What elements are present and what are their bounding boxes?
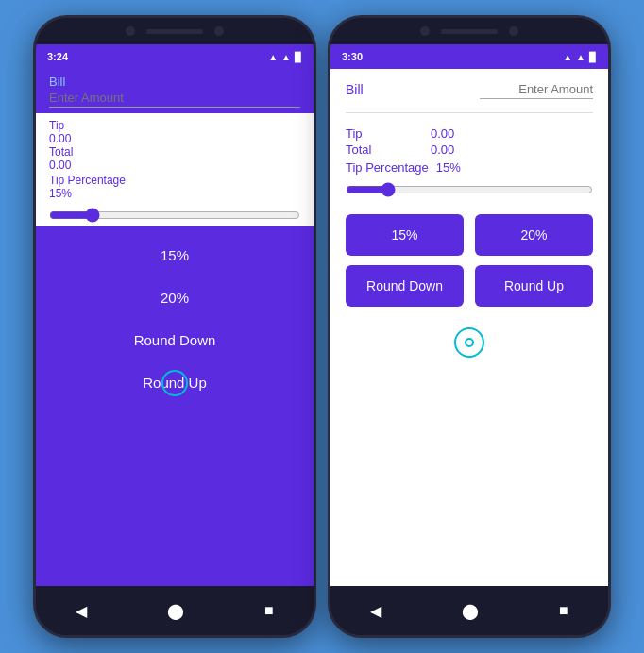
left-tip-slider[interactable] — [49, 208, 300, 223]
right-bill-label: Bill — [346, 82, 364, 97]
left-status-time: 3:24 — [47, 51, 68, 62]
left-option-15-label: 15% — [161, 247, 189, 263]
right-btn-round-up[interactable]: Round Up — [475, 265, 593, 307]
left-option-round-down[interactable]: Round Down — [36, 319, 314, 361]
left-tip-value: 0.00 — [49, 132, 300, 145]
left-camera — [126, 26, 135, 36]
left-phone-top — [36, 18, 314, 44]
left-status-bar: 3:24 ▲ ▲ ▉ — [36, 44, 314, 69]
right-battery-icon: ▉ — [589, 52, 597, 62]
right-btn-row-1: 15% 20% — [346, 214, 593, 256]
right-bill-input[interactable] — [480, 80, 593, 99]
right-status-bar: 3:30 ▲ ▲ ▉ — [330, 44, 608, 69]
left-status-icons: ▲ ▲ ▉ — [268, 52, 302, 62]
right-app-body: Bill Tip 0.00 Total 0.00 — [330, 69, 608, 586]
wifi-icon: ▲ — [268, 52, 278, 62]
right-status-time: 3:30 — [342, 51, 363, 62]
left-option-round-up[interactable]: Round Up — [36, 361, 314, 404]
right-app-content: Bill Tip 0.00 Total 0.00 — [330, 69, 608, 586]
left-app-content: Bill Tip 0.00 Total 0.00 Tip Percentage … — [36, 69, 314, 586]
left-total-label: Total — [49, 145, 300, 159]
signal-icon: ▲ — [281, 52, 291, 62]
left-option-15[interactable]: 15% — [36, 234, 314, 276]
right-tip-label: Tip — [346, 126, 393, 141]
right-screen: Bill Tip 0.00 Total 0.00 — [330, 69, 608, 586]
circle-inner-icon — [465, 338, 474, 347]
right-total-label: Total — [346, 142, 393, 157]
right-btn-15[interactable]: 15% — [346, 214, 464, 256]
left-option-20[interactable]: 20% — [36, 276, 314, 319]
left-camera-2 — [214, 26, 224, 36]
right-wifi-icon: ▲ — [563, 52, 572, 62]
right-tip-slider[interactable] — [346, 182, 593, 197]
right-slider-container — [346, 180, 593, 203]
right-tip-total-section: Tip 0.00 Total 0.00 Tip Percentage 15% — [346, 126, 593, 175]
right-recent-button[interactable]: ■ — [559, 602, 568, 619]
left-dropdown-menu: 15% 20% Round Down Round Up — [36, 226, 314, 586]
right-speaker — [441, 29, 498, 34]
right-phone: 3:30 ▲ ▲ ▉ Bill Tip 0 — [328, 15, 611, 638]
right-total-row: Total 0.00 — [346, 142, 593, 157]
right-tip-value: 0.00 — [431, 126, 454, 141]
right-tip-pct-value: 15% — [436, 160, 461, 175]
left-back-button[interactable]: ◀ — [76, 602, 87, 620]
left-tip-pct-label: Tip Percentage — [49, 174, 300, 187]
left-tip-pct-value: 15% — [49, 187, 300, 200]
left-app-header: Bill — [36, 69, 314, 113]
left-total-value: 0.00 — [49, 159, 300, 172]
app-wrapper: 3:24 ▲ ▲ ▉ Bill Tip 0.00 Total 0.00 Tip … — [0, 0, 644, 653]
left-bill-input[interactable] — [49, 89, 300, 108]
right-nav-bar: ◀ ⬤ ■ — [330, 586, 608, 635]
right-camera — [420, 26, 430, 36]
right-signal-icon: ▲ — [576, 52, 585, 62]
right-tip-pct-label: Tip Percentage — [346, 160, 429, 175]
right-total-value: 0.00 — [431, 142, 454, 157]
right-btn-round-down[interactable]: Round Down — [346, 265, 464, 307]
left-info-section: Tip 0.00 Total 0.00 Tip Percentage 15% — [36, 113, 314, 206]
right-camera-2 — [509, 26, 518, 36]
left-slider-container — [36, 206, 314, 226]
right-home-button[interactable]: ⬤ — [462, 602, 479, 620]
right-btn-row-2: Round Down Round Up — [346, 265, 593, 307]
left-option-20-label: 20% — [161, 290, 189, 306]
left-home-button[interactable]: ⬤ — [167, 602, 184, 620]
right-phone-top — [330, 18, 608, 44]
left-recent-button[interactable]: ■ — [264, 602, 274, 619]
right-btn-20[interactable]: 20% — [475, 214, 593, 256]
left-option-round-down-label: Round Down — [134, 332, 216, 348]
left-speaker — [146, 29, 203, 34]
right-bill-row: Bill — [346, 80, 593, 103]
right-tip-pct-row: Tip Percentage 15% — [346, 160, 593, 175]
right-tip-row: Tip 0.00 — [346, 126, 593, 141]
ripple-icon — [161, 370, 188, 396]
right-divider — [346, 112, 593, 113]
left-tip-label: Tip — [49, 119, 300, 132]
right-back-button[interactable]: ◀ — [370, 602, 381, 620]
left-phone: 3:24 ▲ ▲ ▉ Bill Tip 0.00 Total 0.00 Tip … — [33, 15, 316, 638]
left-screen: Bill Tip 0.00 Total 0.00 Tip Percentage … — [36, 69, 314, 586]
battery-icon: ▉ — [295, 52, 302, 62]
right-center-icon-row — [346, 327, 593, 358]
left-nav-bar: ◀ ⬤ ■ — [36, 586, 314, 635]
right-status-icons: ▲ ▲ ▉ — [563, 52, 597, 62]
center-circle-icon — [454, 327, 484, 358]
left-bill-label: Bill — [49, 75, 300, 89]
